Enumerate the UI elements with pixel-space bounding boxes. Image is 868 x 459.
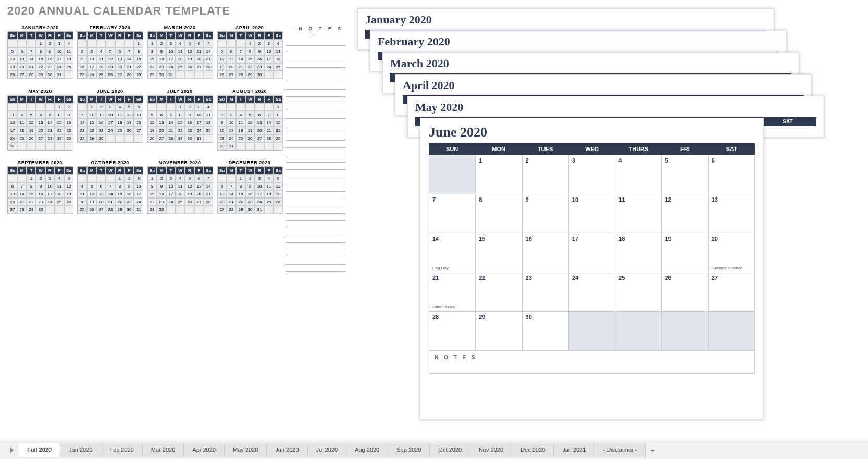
big-day-cell[interactable]: 2 xyxy=(523,155,569,194)
mini-day-cell xyxy=(27,142,36,150)
big-day-cell[interactable] xyxy=(429,155,476,194)
big-day-cell[interactable]: 18 xyxy=(615,233,662,272)
big-day-cell[interactable]: 29 xyxy=(476,312,522,351)
big-day-cell[interactable]: 25 xyxy=(615,272,662,312)
mini-day-cell: 23 xyxy=(78,71,87,79)
sheet-tab[interactable]: Mar 2020 xyxy=(143,443,184,457)
mini-day-cell: 1 xyxy=(245,40,255,47)
mini-day-cell: 8 xyxy=(176,111,185,119)
sheet-tab[interactable]: Aug 2020 xyxy=(346,443,388,457)
mini-day-cell: 14 xyxy=(125,55,134,63)
mini-day-header: F xyxy=(194,167,204,175)
mini-day-cell: 29 xyxy=(55,134,64,142)
sheet-tab[interactable]: Apr 2020 xyxy=(184,443,225,457)
big-day-cell[interactable]: 30 xyxy=(523,312,569,351)
big-day-cell[interactable]: 5 xyxy=(662,155,708,194)
big-day-cell[interactable]: 23 xyxy=(523,272,569,312)
mini-day-cell: 23 xyxy=(64,127,73,134)
big-day-cell[interactable]: 13 xyxy=(709,194,755,233)
big-day-cell[interactable]: 16 xyxy=(523,233,569,272)
big-day-cell[interactable]: 24 xyxy=(569,272,615,312)
sheet-tab[interactable]: May 2020 xyxy=(225,443,267,457)
sheet-tab[interactable]: - Disclaimer - xyxy=(594,443,646,457)
mini-day-cell: 2 xyxy=(217,111,227,119)
mini-day-cell xyxy=(176,206,185,214)
sheet-tab[interactable]: Jun 2020 xyxy=(267,443,307,457)
mini-day-header: M xyxy=(87,32,96,40)
big-day-cell[interactable]: 20Summer Solstice xyxy=(709,233,755,272)
sheet-tab[interactable]: Full 2020 xyxy=(19,443,60,457)
notes-line xyxy=(286,228,345,235)
mini-calendar: APRIL 2020SuMTWRFSa123456789101112131415… xyxy=(217,25,282,79)
big-notes[interactable]: N O T E S xyxy=(429,351,755,374)
mini-day-cell: 7 xyxy=(227,182,236,190)
mini-day-cell: 15 xyxy=(236,190,245,198)
big-day-cell[interactable]: 28 xyxy=(429,312,476,351)
mini-day-cell: 31 xyxy=(227,142,236,150)
mini-day-cell: 27 xyxy=(194,63,204,71)
page-title: 2020 ANNUAL CALENDAR TEMPLATE xyxy=(7,4,230,18)
big-day-cell[interactable]: 14Flag Day xyxy=(429,233,476,272)
mini-day-cell: 20 xyxy=(8,198,17,206)
mini-day-cell: 19 xyxy=(217,63,227,71)
big-day-header: THURS xyxy=(615,143,662,155)
mini-day-cell: 22 xyxy=(87,127,96,134)
mini-day-cell xyxy=(17,175,27,182)
mini-day-cell xyxy=(125,134,134,142)
sheet-tab[interactable]: Feb 2020 xyxy=(101,443,142,457)
sheet-tab[interactable]: Dec 2020 xyxy=(512,443,554,457)
big-day-cell[interactable]: 11 xyxy=(615,194,662,233)
mini-day-header: F xyxy=(55,167,64,175)
mini-day-cell: 5 xyxy=(27,111,36,119)
big-day-cell[interactable]: 9 xyxy=(523,194,569,233)
big-day-cell[interactable]: 27 xyxy=(709,272,755,312)
notes-line xyxy=(286,199,345,206)
big-day-cell[interactable]: 10 xyxy=(569,194,615,233)
big-day-cell[interactable]: 19 xyxy=(662,233,708,272)
big-day-cell[interactable]: 15 xyxy=(476,233,522,272)
add-tab-button[interactable]: + xyxy=(646,444,660,456)
big-day-cell[interactable]: 26 xyxy=(662,272,708,312)
mini-day-cell xyxy=(255,142,264,150)
big-day-cell[interactable]: 6 xyxy=(709,155,755,194)
big-day-cell[interactable] xyxy=(615,312,662,351)
mini-day-cell: 14 xyxy=(204,182,213,190)
mini-day-cell xyxy=(274,71,283,79)
big-day-cell[interactable]: 17 xyxy=(569,233,615,272)
mini-day-cell xyxy=(245,142,255,150)
mini-day-header: M xyxy=(17,32,27,40)
notes-line xyxy=(286,60,345,68)
notes-line xyxy=(286,170,345,177)
big-day-cell[interactable]: 21Father's Day xyxy=(429,272,476,312)
tabs-scroll-icon[interactable] xyxy=(10,448,14,453)
mini-day-cell xyxy=(27,40,36,47)
mini-day-cell: 5 xyxy=(185,40,194,47)
big-day-cell[interactable]: 12 xyxy=(662,194,708,233)
sheet-tab[interactable]: Jan 2021 xyxy=(554,443,594,457)
mini-day-header: M xyxy=(17,167,27,175)
big-day-cell[interactable]: 7 xyxy=(429,194,476,233)
mini-day-cell: 23 xyxy=(157,63,166,71)
big-day-cell[interactable] xyxy=(569,312,615,351)
mini-day-cell: 13 xyxy=(255,119,264,127)
mini-day-cell xyxy=(274,206,283,214)
sheet-tab[interactable]: Nov 2020 xyxy=(470,443,512,457)
big-day-cell[interactable]: 22 xyxy=(476,272,522,312)
mini-day-header: Sa xyxy=(274,167,283,175)
mini-day-cell: 19 xyxy=(147,127,157,134)
sheet-tab[interactable]: Oct 2020 xyxy=(430,443,470,457)
mini-day-cell: 8 xyxy=(27,182,36,190)
big-day-cell[interactable]: 8 xyxy=(476,194,522,233)
sheet-title: February 2020 xyxy=(378,35,779,48)
sheet-tab[interactable]: Jan 2020 xyxy=(60,443,101,457)
sheet-tab[interactable]: Jul 2020 xyxy=(308,443,347,457)
sheet-tab[interactable]: Sep 2020 xyxy=(388,443,430,457)
mini-day-cell: 2 xyxy=(157,40,166,47)
big-day-cell[interactable]: 4 xyxy=(615,155,662,194)
big-day-cell[interactable] xyxy=(709,312,755,351)
mini-day-cell: 2 xyxy=(185,103,194,111)
big-day-cell[interactable]: 3 xyxy=(569,155,615,194)
mini-day-cell: 9 xyxy=(255,47,264,55)
big-day-cell[interactable]: 1 xyxy=(476,155,522,194)
big-day-cell[interactable] xyxy=(662,312,708,351)
